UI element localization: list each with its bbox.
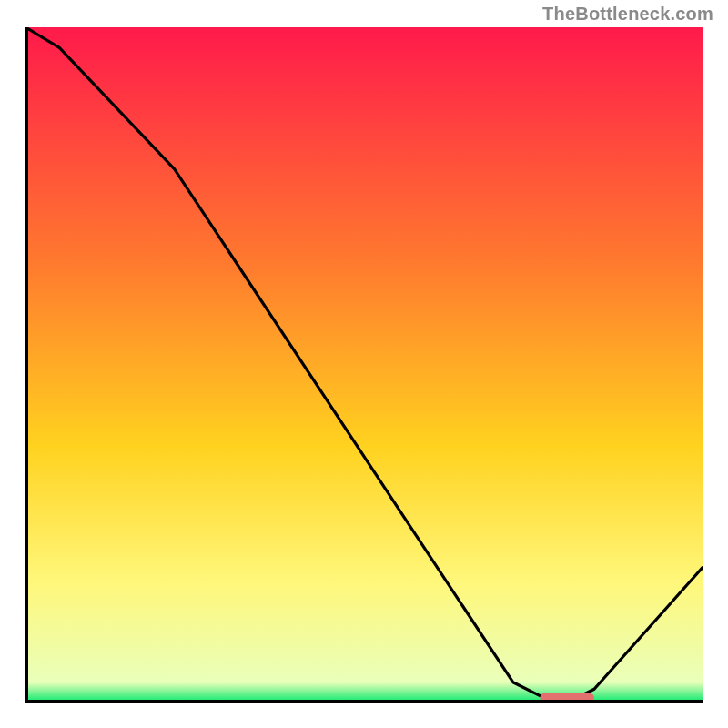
chart-svg	[25, 27, 703, 703]
gradient-background	[25, 27, 703, 703]
attribution-label: TheBottleneck.com	[542, 4, 713, 25]
plot-area	[25, 27, 703, 703]
chart-stage: TheBottleneck.com	[0, 0, 728, 728]
